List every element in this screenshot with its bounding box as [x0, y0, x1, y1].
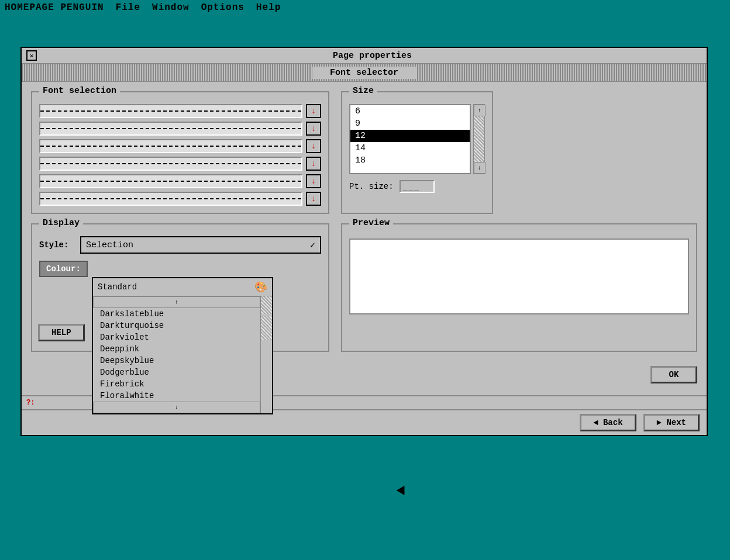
colour-item-0[interactable]: Darkslateblue — [93, 308, 260, 320]
display-label: Display — [39, 218, 83, 228]
menubar: HOMEPAGE PENGUIN File Window Options Hel… — [0, 0, 730, 15]
colour-list: ↑ Darkslateblue Darkturquoise Darkviolet… — [93, 296, 260, 413]
colour-down-icon: ↓ — [175, 405, 178, 411]
colour-row: Colour: Standard 🎨 ↑ Darks — [39, 261, 321, 277]
arrow-down-icon-2: ↓ — [311, 141, 316, 151]
font-down-btn-1[interactable]: ↓ — [306, 122, 321, 136]
cursor — [397, 486, 409, 497]
colour-item-7[interactable]: Floralwhite — [93, 390, 260, 402]
size-scroll-up-btn[interactable]: ↑ — [474, 105, 485, 116]
colour-scrollbar — [260, 296, 272, 413]
font-down-btn-5[interactable]: ↓ — [306, 192, 321, 206]
pt-size-label: Pt. size: — [349, 182, 394, 191]
font-list: ↓ ↓ ↓ ↓ ↓ — [39, 104, 321, 206]
arrow-down-icon-5: ↓ — [311, 194, 316, 203]
subtitle-bar: Font selector — [22, 64, 707, 82]
font-down-btn-0[interactable]: ↓ — [306, 104, 321, 118]
colour-dropdown-header: Standard 🎨 — [93, 278, 272, 296]
ok-button[interactable]: OK — [650, 366, 697, 383]
menu-window[interactable]: Window — [152, 2, 190, 13]
style-select-value: Selection — [86, 240, 133, 250]
font-down-btn-2[interactable]: ↓ — [306, 139, 321, 153]
colour-scroll-up-btn[interactable]: ↑ — [93, 296, 260, 308]
scroll-down-icon: ↓ — [478, 165, 481, 171]
size-group: Size 6 9 12 14 18 ↑ — [341, 91, 493, 214]
font-input-1[interactable] — [39, 122, 302, 136]
font-input-0[interactable] — [39, 104, 302, 118]
pt-size-row: Pt. size: — [349, 180, 485, 193]
menu-file[interactable]: File — [116, 2, 140, 13]
menu-options[interactable]: Options — [201, 2, 245, 13]
colour-item-5[interactable]: Dodgerblue — [93, 367, 260, 378]
preview-area — [349, 238, 689, 314]
close-icon: ✕ — [29, 51, 33, 60]
size-list-container: 6 9 12 14 18 ↑ ↓ — [349, 104, 485, 174]
checkmark-icon: ✓ — [310, 240, 315, 251]
size-scrollbar[interactable]: ↑ ↓ — [473, 104, 485, 174]
size-label: Size — [349, 86, 377, 96]
font-row-4: ↓ — [39, 174, 321, 188]
app-brand: HOMEPAGE PENGUIN — [5, 2, 104, 13]
size-item-18[interactable]: 18 — [350, 154, 470, 167]
size-scroll-track — [474, 116, 484, 162]
colour-up-icon: ↑ — [175, 299, 178, 306]
font-row-1: ↓ — [39, 122, 321, 136]
help-button[interactable]: HELP — [38, 324, 85, 341]
font-row-3: ↓ — [39, 157, 321, 171]
menu-help[interactable]: Help — [256, 2, 281, 13]
colour-item-2[interactable]: Darkviolet — [93, 331, 260, 343]
size-scroll-down-btn[interactable]: ↓ — [474, 162, 485, 174]
font-selection-group: Font selection ↓ ↓ ↓ — [31, 91, 329, 214]
size-item-6[interactable]: 6 — [350, 105, 470, 117]
pt-size-input[interactable] — [400, 180, 435, 193]
colour-scroll-down-btn[interactable]: ↓ — [93, 402, 260, 413]
bottom-row: Display Style: Selection ✓ Colour: Stand… — [31, 223, 697, 352]
style-row: Style: Selection ✓ — [39, 236, 321, 254]
font-down-btn-3[interactable]: ↓ — [306, 157, 321, 171]
font-row-0: ↓ — [39, 104, 321, 118]
dialog-title: Page properties — [43, 51, 702, 61]
font-down-btn-4[interactable]: ↓ — [306, 174, 321, 188]
dialog-body: Font selection ↓ ↓ ↓ — [22, 82, 707, 395]
size-item-12[interactable]: 12 — [350, 130, 470, 142]
colour-item-3[interactable]: Deeppink — [93, 343, 260, 355]
next-button[interactable]: ► Next — [643, 414, 700, 431]
top-row: Font selection ↓ ↓ ↓ — [31, 91, 697, 214]
arrow-down-icon-4: ↓ — [311, 177, 316, 186]
size-item-9[interactable]: 9 — [350, 117, 470, 130]
title-bar: ✕ Page properties — [22, 48, 707, 64]
display-group: Display Style: Selection ✓ Colour: Stand… — [31, 223, 329, 352]
arrow-down-icon-0: ↓ — [311, 106, 316, 116]
font-input-5[interactable] — [39, 192, 302, 206]
help-area: HELP — [38, 324, 85, 341]
colour-palette-icon: 🎨 — [254, 281, 267, 293]
dialog-subtitle: Font selector — [312, 67, 416, 79]
colour-track-mid — [261, 316, 272, 340]
colour-list-container: ↑ Darkslateblue Darkturquoise Darkviolet… — [93, 296, 272, 413]
font-input-4[interactable] — [39, 174, 302, 188]
font-selection-label: Font selection — [39, 86, 120, 96]
colour-track-top — [261, 296, 272, 314]
preview-group: Preview — [341, 223, 697, 352]
style-select[interactable]: Selection ✓ — [80, 236, 321, 254]
font-input-2[interactable] — [39, 139, 302, 153]
size-list: 6 9 12 14 18 — [349, 104, 471, 174]
scroll-up-icon: ↑ — [478, 108, 481, 114]
colour-item-1[interactable]: Darkturquoise — [93, 320, 260, 331]
colour-label[interactable]: Colour: — [39, 261, 88, 277]
colour-dropdown[interactable]: Standard 🎨 ↑ Darkslateblue Darkturquoise… — [92, 277, 273, 414]
size-item-14[interactable]: 14 — [350, 142, 470, 154]
back-button[interactable]: ◄ Back — [580, 414, 636, 431]
font-input-3[interactable] — [39, 157, 302, 171]
arrow-down-icon-3: ↓ — [311, 159, 316, 168]
style-label: Style: — [39, 240, 74, 250]
close-button[interactable]: ✕ — [26, 50, 37, 61]
status-indicator: ?: — [26, 399, 35, 407]
font-row-5: ↓ — [39, 192, 321, 206]
colour-item-4[interactable]: Deepskyblue — [93, 355, 260, 367]
colour-item-6[interactable]: Firebrick — [93, 378, 260, 390]
arrow-down-icon-1: ↓ — [311, 124, 316, 133]
colour-header-text: Standard — [98, 282, 137, 292]
preview-label: Preview — [349, 218, 393, 228]
dialog-window: ✕ Page properties Font selector Font sel… — [20, 47, 708, 436]
